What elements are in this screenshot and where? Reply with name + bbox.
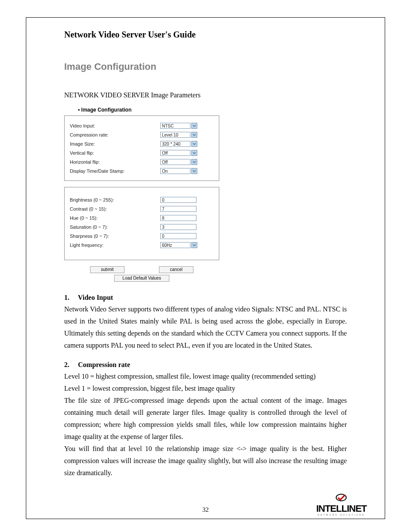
chevron-down-icon (191, 159, 197, 165)
item-title: Compression rate (78, 361, 130, 368)
item-2-body-c: The file size of JPEG-compressed image d… (64, 395, 347, 443)
item-title: Video Input (78, 294, 113, 301)
image-adjust-panel: Brightness (0 ~ 255): 0 Contrast (0 ~ 15… (64, 187, 219, 260)
row-image-size: Image Size: 320 * 240 (70, 140, 214, 147)
item-2-body-a: Level 10 = highest compression, smallest… (64, 370, 347, 383)
row-compression-rate: Compression rate: Level 10 (70, 131, 214, 138)
label: Video Input: (70, 123, 160, 128)
select-image-size[interactable]: 320 * 240 (160, 140, 197, 147)
label: Saturation (0 ~ 7): (70, 224, 160, 230)
chevron-down-icon (191, 141, 197, 147)
label: Sharpness (0 ~ 7): (70, 233, 160, 239)
label: Light frequency: (70, 243, 160, 248)
label: Image Size: (70, 141, 160, 146)
label: Vertical flip: (70, 150, 160, 156)
load-default-button[interactable]: Load Default Values (114, 275, 169, 282)
row-horizontal-flip: Horizontal flip: Off (70, 158, 214, 165)
section-title: Image Configuration (64, 61, 347, 72)
label: Horizontal flip: (70, 159, 160, 165)
label: Display Time/Date Stamp: (70, 168, 160, 174)
sub-heading: NETWORK VIDEO SERVER Image Parameters (64, 91, 347, 99)
chevron-down-icon (191, 168, 197, 174)
brand-logo: INTELLINET NETWORK SOLUTIONS (316, 492, 367, 516)
select-value: Off (160, 150, 190, 156)
item-1-heading: 1. Video Input (64, 294, 347, 302)
input-brightness[interactable]: 0 (160, 197, 196, 203)
logo-tagline: NETWORK SOLUTIONS (316, 514, 367, 516)
label: Compression rate: (70, 132, 160, 137)
row-vertical-flip: Vertical flip: Off (70, 149, 214, 156)
input-contrast[interactable]: 7 (160, 206, 196, 212)
select-light-frequency[interactable]: 60Hz (160, 242, 197, 249)
item-2-body-d: You will find that at level 10 the relat… (64, 443, 347, 479)
label: Brightness (0 ~ 255): (70, 197, 160, 202)
item-2-body-b: Level 1 = lowest compression, biggest fi… (64, 383, 347, 395)
chevron-down-icon (191, 150, 197, 156)
logo-text: INTELLINET (316, 505, 367, 513)
label: Contrast (0 ~ 15): (70, 206, 160, 212)
chevron-down-icon (191, 242, 197, 248)
image-config-panel: Video Input: NTSC Compression rate: Leve… (64, 115, 219, 181)
item-2-heading: 2. Compression rate (64, 361, 347, 369)
select-value: Level 10 (160, 132, 190, 138)
select-compression-rate[interactable]: Level 10 (160, 131, 197, 138)
page-number: 32 (202, 506, 209, 513)
logo-mark-icon (336, 492, 347, 503)
row-brightness: Brightness (0 ~ 255): 0 (70, 196, 214, 203)
row-video-input: Video Input: NTSC (70, 122, 214, 129)
input-sharpness[interactable]: 0 (160, 233, 196, 239)
row-saturation: Saturation (0 ~ 7): 3 (70, 223, 214, 230)
submit-button[interactable]: submit (90, 266, 125, 273)
cancel-button[interactable]: cancel (159, 266, 193, 273)
select-value: 320 * 240 (160, 141, 190, 147)
select-value: 60Hz (160, 242, 190, 248)
label: Hue (0 ~ 15): (70, 215, 160, 221)
select-video-input[interactable]: NTSC (160, 122, 197, 129)
row-light-frequency: Light frequency: 60Hz (70, 241, 214, 249)
row-sharpness: Sharpness (0 ~ 7): 0 (70, 232, 214, 240)
row-display-timestamp: Display Time/Date Stamp: On (70, 167, 214, 174)
config-header: Image Configuration (78, 107, 347, 113)
item-number: 2. (64, 361, 76, 369)
select-vertical-flip[interactable]: Off (160, 149, 197, 156)
select-value: NTSC (160, 123, 190, 129)
item-1-body: Network Video Server supports two differ… (64, 303, 347, 352)
document-title: Network Video Server User's Guide (64, 30, 347, 40)
select-value: On (160, 168, 190, 174)
select-horizontal-flip[interactable]: Off (160, 159, 197, 165)
chevron-down-icon (191, 132, 197, 138)
row-hue: Hue (0 ~ 15): 8 (70, 214, 214, 221)
select-value: Off (160, 159, 190, 165)
row-contrast: Contrast (0 ~ 15): 7 (70, 205, 214, 212)
select-display-timestamp[interactable]: On (160, 168, 197, 174)
input-hue[interactable]: 8 (160, 215, 196, 221)
item-number: 1. (64, 294, 76, 302)
chevron-down-icon (191, 123, 197, 129)
input-saturation[interactable]: 3 (160, 224, 196, 230)
